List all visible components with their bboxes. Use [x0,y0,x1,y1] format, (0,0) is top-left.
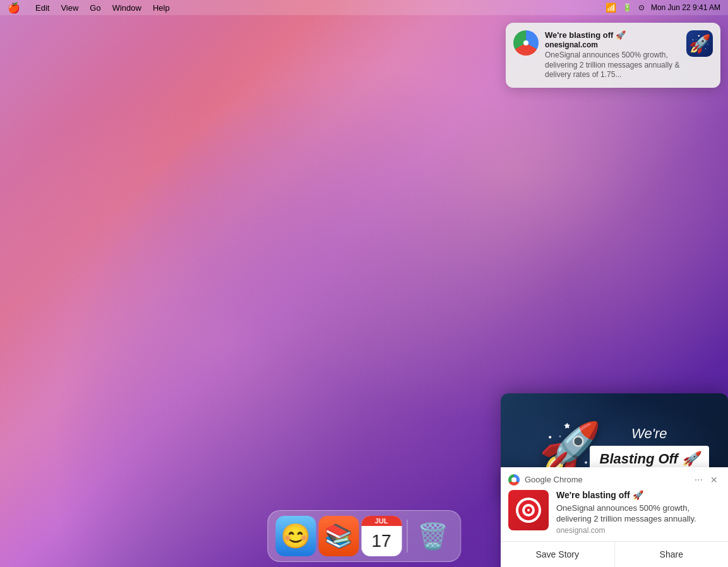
dock-finder-icon[interactable] [275,516,316,556]
rocket-blasting-text: Blasting Off 🚀 [600,451,699,467]
chrome-notif-header: Google Chrome ··· ✕ [501,467,728,490]
chrome-notif-title: We're blasting off 🚀 [556,490,720,500]
chrome-notif-text-area: We're blasting off 🚀 OneSignal announces… [556,490,720,535]
chrome-notif-body: We're blasting off 🚀 OneSignal announces… [501,490,728,541]
system-notification-banner[interactable]: We're blasting off 🚀 onesignal.com OneSi… [506,23,720,88]
dock-calendar-icon[interactable]: JUL 17 [361,516,402,556]
dock: 📚 JUL 17 🗑️ [267,510,461,562]
trash-emoji: 🗑️ [417,522,448,551]
chrome-more-options[interactable]: ··· [695,474,703,486]
onesignal-notification-image [508,490,549,530]
chrome-notification-popup: Google Chrome ··· ✕ We're blasting off 🚀… [501,467,728,567]
svg-point-3 [527,509,530,511]
save-story-button[interactable]: Save Story [501,542,615,567]
chrome-notif-url: onesignal.com [556,526,720,535]
notification-content: We're blasting off 🚀 onesignal.com OneSi… [545,30,680,80]
dock-books-icon[interactable]: 📚 [318,516,359,556]
menu-go[interactable]: Go [90,3,100,13]
menu-window[interactable]: Window [112,3,141,13]
menubar: 🍎 Edit View Go Window Help 📶 🔋 ⊙ Mon Jun… [0,0,728,15]
notification-title: We're blasting off 🚀 [545,30,680,40]
notification-subtitle: onesignal.com [545,40,680,49]
calendar-month: JUL [361,516,402,526]
calendar-day: 17 [371,526,391,556]
share-button[interactable]: Share [615,542,729,567]
onesignal-svg [518,500,539,520]
rocket-were-text: We're [590,426,709,442]
control-center-icon[interactable]: ⊙ [638,3,645,12]
battery-icon[interactable]: 🔋 [623,3,632,12]
onesignal-logo [516,498,541,523]
chrome-logo-icon [508,474,520,486]
menu-help[interactable]: Help [153,3,170,13]
datetime-display: Mon Jun 22 9:41 AM [651,3,720,12]
rocket-text-area: We're Blasting Off 🚀 [590,426,709,472]
wifi-icon[interactable]: 📶 [606,3,616,13]
finder-face [275,516,316,556]
chrome-close-button[interactable]: ✕ [708,474,720,486]
apple-menu[interactable]: 🍎 [8,2,20,14]
chrome-notif-actions: Save Story Share [501,541,728,567]
notification-app-icon: 🚀 [686,30,713,57]
notification-chrome-icon [513,30,539,56]
dock-trash-icon[interactable]: 🗑️ [412,516,453,556]
menu-view[interactable]: View [61,3,78,13]
dock-separator [407,520,407,552]
menu-edit[interactable]: Edit [35,3,49,13]
notification-body: OneSignal announces 500% growth, deliver… [545,51,680,80]
chrome-app-name: Google Chrome [525,475,689,484]
chrome-notif-description: OneSignal announces 500% growth, deliver… [556,503,720,525]
books-emoji: 📚 [325,523,353,549]
